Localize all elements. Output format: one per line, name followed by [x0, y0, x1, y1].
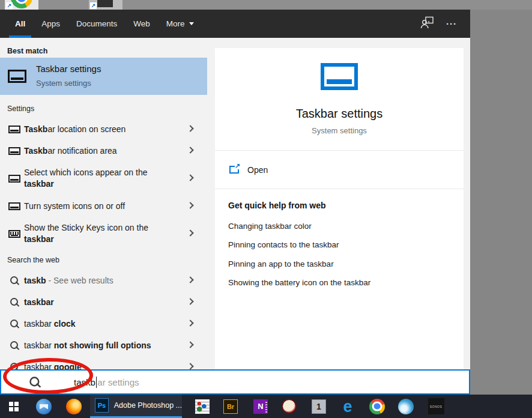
taskbar-app-photoshop-active[interactable]: Ps Adobe Photoshop ...	[90, 395, 182, 418]
divider	[215, 189, 464, 189]
edge-icon: e	[343, 399, 352, 414]
result-text: Taskbar location on screen	[24, 124, 175, 135]
best-match-title: Taskbar settings	[36, 64, 101, 74]
tab-more[interactable]: More	[166, 10, 194, 38]
search-filter-header: AllAppsDocumentsWebMore ···	[0, 10, 470, 38]
desktop-shortcut-app[interactable]: ↗	[89, 0, 122, 10]
settings-result-row[interactable]: Show the Sticky Keys icon on the taskbar	[0, 217, 207, 250]
taskbar-app-chrome[interactable]	[368, 395, 386, 418]
desktop-background: ↗ ↗	[0, 0, 532, 10]
result-text: taskbar clock	[24, 318, 175, 330]
image-viewer-icon	[195, 399, 210, 414]
tab-label: All	[15, 19, 25, 28]
taskbar-app-blue[interactable]	[397, 395, 415, 418]
quick-help-header: Get quick help from web	[228, 201, 326, 210]
best-match-result[interactable]: Taskbar settings System settings	[0, 58, 207, 95]
taskbar-app-edge[interactable]: e	[339, 395, 357, 418]
chevron-right-icon	[187, 202, 193, 208]
blue-app-icon	[398, 399, 414, 414]
chevron-right-icon	[187, 147, 193, 153]
search-icon	[10, 276, 19, 285]
taskbar-settings-hero-icon	[321, 63, 358, 90]
desktop-shortcut-chrome[interactable]: ↗	[5, 0, 38, 10]
taskbar-app-sonos[interactable]: SONOS	[426, 395, 446, 418]
search-flyout-panel: AllAppsDocumentsWebMore ··· Best match T…	[0, 10, 470, 395]
filter-tabs: AllAppsDocumentsWebMore	[15, 10, 194, 38]
chevron-right-icon	[187, 341, 193, 348]
web-suggestion-row[interactable]: taskbar clock	[0, 313, 207, 335]
utility-app-icon: 1	[312, 399, 326, 414]
tab-label: Web	[133, 19, 150, 28]
taskbar-icon	[8, 147, 20, 155]
tab-web[interactable]: Web	[133, 10, 150, 38]
firefox-icon	[66, 399, 82, 414]
web-suggestion-row[interactable]: taskbar not showing full options	[0, 335, 207, 356]
help-link[interactable]: Changing taskbar color	[228, 222, 312, 231]
shortcut-arrow-icon: ↗	[6, 2, 13, 9]
search-icon	[10, 319, 19, 329]
help-link[interactable]: Pinning contacts to the taskbar	[228, 240, 339, 249]
result-text: taskb - See web results	[24, 275, 175, 286]
taskbar-icon	[8, 175, 20, 183]
settings-result-row[interactable]: Turn system icons on or off	[0, 195, 207, 217]
taskbar-app-onenote[interactable]: N	[252, 395, 270, 418]
chevron-right-icon	[187, 363, 193, 369]
result-text: Turn system icons on or off	[24, 201, 175, 212]
taskbar-icon	[8, 202, 20, 210]
settings-result-row[interactable]: Select which icons appear on the taskbar	[0, 162, 207, 195]
chevron-right-icon	[187, 125, 193, 132]
chevron-right-icon	[187, 298, 193, 304]
tab-documents[interactable]: Documents	[76, 10, 117, 38]
open-action[interactable]: Open	[215, 151, 464, 189]
thunderbird-icon	[36, 399, 52, 414]
section-label: Search the web	[7, 256, 59, 264]
settings-result-row[interactable]: Taskbar notification area	[0, 140, 207, 162]
photoshop-task-label: Adobe Photoshop ...	[114, 401, 182, 410]
taskbar-app-firefox[interactable]	[65, 395, 83, 418]
tab-all[interactable]: All	[15, 10, 25, 38]
windows-logo-icon	[9, 402, 19, 411]
taskbar-app-image-viewer[interactable]	[193, 395, 211, 418]
chevron-right-icon	[187, 320, 193, 326]
chevron-down-icon	[189, 22, 194, 25]
taskbar-settings-icon	[8, 70, 26, 83]
photoshop-icon: Ps	[95, 398, 109, 413]
more-options-icon[interactable]: ···	[446, 19, 457, 29]
start-button[interactable]	[6, 395, 22, 418]
open-label: Open	[247, 165, 268, 175]
preview-title: Taskbar settings	[215, 107, 464, 121]
taskbar: Ps Adobe Photoshop ... Br N 1 e SONOS	[0, 395, 532, 418]
best-match-subtitle: System settings	[36, 79, 91, 88]
chrome-icon	[11, 0, 32, 8]
help-link[interactable]: Showing the battery icon on the taskbar	[228, 278, 370, 287]
preview-subtitle: System settings	[215, 126, 464, 135]
help-link[interactable]: Pinning an app to the taskbar	[228, 259, 334, 268]
section-label: Settings	[7, 104, 34, 113]
tab-apps[interactable]: Apps	[41, 10, 60, 38]
chevron-right-icon	[187, 276, 193, 283]
result-text: taskbar not showing full options	[24, 340, 175, 351]
search-icon	[10, 297, 19, 307]
web-suggestion-row[interactable]: taskb - See web results	[0, 270, 207, 291]
settings-result-row[interactable]: Taskbar location on screen	[0, 118, 207, 140]
app-icon	[97, 0, 113, 7]
adobe-bridge-icon: Br	[223, 399, 238, 414]
chevron-right-icon	[187, 229, 193, 236]
result-text: Select which icons appear on the taskbar	[24, 167, 175, 190]
text-cursor	[96, 377, 97, 388]
taskbar-app-thunderbird[interactable]	[35, 395, 53, 418]
preview-pane: Taskbar settings System settings Open Ge…	[215, 48, 464, 369]
screen: ↗ ↗ AllAppsDocumentsWebMore ···	[0, 0, 532, 418]
search-icon	[10, 341, 19, 350]
results-list: Best match Taskbar settings System setti…	[0, 38, 207, 369]
taskbar-app-bridge[interactable]: Br	[222, 395, 240, 418]
user-feedback-icon[interactable]	[420, 16, 434, 31]
chrome-icon	[369, 399, 385, 414]
clock-app-icon	[282, 399, 297, 414]
taskbar-app-utility[interactable]: 1	[310, 395, 328, 418]
taskbar-app-clock[interactable]	[280, 395, 298, 418]
tab-label: Documents	[76, 19, 117, 28]
web-suggestion-row[interactable]: taskbar	[0, 291, 207, 313]
onenote-icon: N	[253, 399, 268, 414]
keyboard-icon	[8, 230, 20, 238]
